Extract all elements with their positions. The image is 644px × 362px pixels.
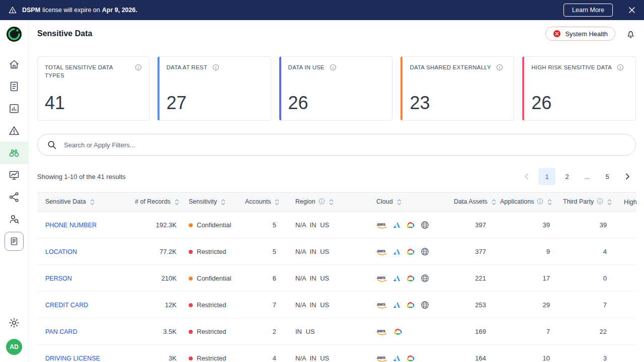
sidebar-item-home[interactable] xyxy=(0,53,29,75)
sensitivity-cell: Restricted xyxy=(181,318,237,345)
sensitive-data-link[interactable]: PAN CARD xyxy=(45,328,77,335)
chevron-left-icon xyxy=(523,172,531,180)
column-header-data-assets[interactable]: Data Assets xyxy=(446,193,492,212)
user-avatar[interactable]: AD xyxy=(6,339,22,355)
warning-icon xyxy=(8,6,17,15)
cloud-icons: aws xyxy=(376,354,446,362)
column-header-accounts[interactable]: Accounts xyxy=(237,193,287,212)
alert-triangle-icon xyxy=(8,125,20,137)
sidebar-item-settings[interactable] xyxy=(0,317,29,329)
sidebar-item-analytics[interactable] xyxy=(0,98,29,120)
info-icon[interactable] xyxy=(212,64,219,71)
cloud-cell: aws xyxy=(368,345,446,362)
svg-text:aws: aws xyxy=(377,355,385,360)
next-page-button[interactable] xyxy=(619,168,636,185)
third-party-cell: 4 xyxy=(555,238,616,265)
svg-text:aws: aws xyxy=(377,222,385,227)
column-header-sensitivity[interactable]: Sensitivity xyxy=(181,193,237,212)
banner-close-button[interactable] xyxy=(628,6,636,14)
page-button-5[interactable]: 5 xyxy=(599,168,616,185)
card-label: TOTAL SENSITIVE DATA TYPES xyxy=(45,63,130,79)
sensitivity-cell: Restricted xyxy=(181,292,237,318)
table-row: DRIVING LICENSE 3K Restricted 4 N/A IN U… xyxy=(37,345,636,362)
card-total-sensitive-data-types: TOTAL SENSITIVE DATA TYPES 41 xyxy=(37,56,149,121)
search-input[interactable] xyxy=(64,141,626,149)
data-assets-cell: 164 xyxy=(446,345,492,362)
svg-text:aws: aws xyxy=(377,302,385,307)
accounts-cell: 4 xyxy=(237,345,287,362)
google-cloud-icon xyxy=(406,354,416,362)
accounts-cell: 7 xyxy=(237,292,287,318)
info-icon[interactable] xyxy=(330,64,337,71)
data-assets-cell: 221 xyxy=(446,265,492,292)
sensitivity-cell: Restricted xyxy=(181,238,237,265)
sidebar-item-data-flow[interactable] xyxy=(0,186,29,208)
column-header-high-risk[interactable]: High Risk xyxy=(616,193,636,212)
azure-icon xyxy=(393,221,400,229)
applications-cell: 39 xyxy=(492,212,555,238)
cloud-cell: aws xyxy=(368,292,446,318)
sensitive-data-link[interactable]: LOCATION xyxy=(45,248,77,255)
table-row: PAN CARD 3.5K Restricted 2 IN US aws 169… xyxy=(37,318,636,345)
bell-icon xyxy=(625,29,636,39)
info-icon[interactable] xyxy=(318,198,325,205)
sidebar-item-identity-search[interactable] xyxy=(0,208,29,230)
sort-icon xyxy=(607,199,612,206)
info-icon[interactable] xyxy=(135,64,142,71)
selected-item-frame xyxy=(5,232,24,251)
sensitive-data-link[interactable]: DRIVING LICENSE xyxy=(45,355,100,362)
column-label: Cloud xyxy=(376,198,393,205)
column-header-sensitive-data[interactable]: Sensitive Data xyxy=(37,193,127,212)
sidebar-item-alerts[interactable] xyxy=(0,120,29,142)
sensitivity-dot xyxy=(189,223,193,227)
card-value: 26 xyxy=(288,93,385,114)
previous-page-button[interactable] xyxy=(518,168,535,185)
sidebar-item-reports[interactable] xyxy=(0,75,29,98)
document-icon xyxy=(8,80,20,93)
globe-icon xyxy=(421,221,429,229)
info-icon[interactable] xyxy=(617,64,624,71)
binoculars-icon xyxy=(8,147,20,159)
sidebar-item-sensitive-data-selected[interactable] xyxy=(0,230,29,252)
pagination-ellipsis: ... xyxy=(579,168,596,185)
third-party-cell: 3 xyxy=(555,345,616,362)
sensitive-data-link[interactable]: PERSON xyxy=(45,275,72,282)
sensitivity-dot xyxy=(189,330,193,334)
records-cell: 12K xyxy=(127,292,181,318)
third-party-cell: 0 xyxy=(555,265,616,292)
page-button-2[interactable]: 2 xyxy=(558,168,576,185)
globe-icon xyxy=(421,301,429,309)
card-label: DATA SHARED EXTERNALLY xyxy=(410,63,491,71)
high-risk-cell xyxy=(616,318,636,345)
region-cell: N/A IN US xyxy=(287,292,368,318)
card-high-risk-sensitive-data: HIGH RISK SENSITIVE DATA 26 xyxy=(522,56,636,121)
sensitive-data-link[interactable]: CREDIT CARD xyxy=(45,302,88,309)
card-data-shared-externally: DATA SHARED EXTERNALLY 23 xyxy=(400,56,514,121)
column-header-cloud[interactable]: Cloud xyxy=(368,193,446,212)
region-cell: N/A IN US xyxy=(287,238,368,265)
column-header-records[interactable]: # of Records xyxy=(127,193,181,212)
applications-cell: 10 xyxy=(492,345,555,362)
card-label: DATA AT REST xyxy=(167,63,207,71)
info-icon[interactable] xyxy=(496,64,503,71)
notifications-button[interactable] xyxy=(625,29,636,39)
column-label: Sensitivity xyxy=(189,198,217,205)
column-header-third-party[interactable]: Third Party xyxy=(555,193,616,212)
sort-icon xyxy=(221,199,225,206)
column-header-region[interactable]: Region xyxy=(287,193,368,212)
learn-more-button[interactable]: Learn More xyxy=(564,4,613,17)
azure-icon xyxy=(393,275,400,282)
pagination: 1 2 ... 5 xyxy=(518,168,636,185)
info-icon[interactable] xyxy=(537,198,543,205)
sidebar-item-monitoring[interactable] xyxy=(0,164,29,186)
page-button-1[interactable]: 1 xyxy=(538,168,555,185)
column-header-applications[interactable]: Applications xyxy=(492,193,555,212)
sidebar-item-discovery-active[interactable] xyxy=(0,142,29,164)
system-health-button[interactable]: System Health xyxy=(545,27,615,41)
google-cloud-icon xyxy=(406,275,416,282)
card-label: HIGH RISK SENSITIVE DATA xyxy=(531,63,612,71)
sensitivity-dot xyxy=(189,356,193,360)
info-icon[interactable] xyxy=(597,198,603,205)
sensitive-data-link[interactable]: PHONE NUMBER xyxy=(45,222,97,229)
gear-icon xyxy=(8,317,20,329)
